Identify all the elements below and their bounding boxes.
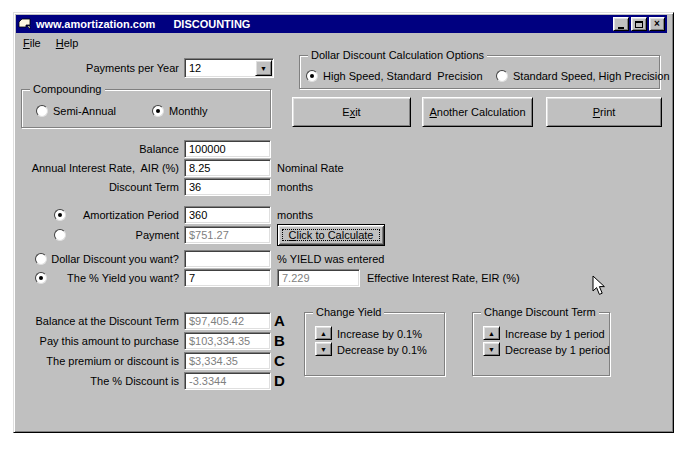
window-controls: × bbox=[613, 17, 665, 31]
compounding-group-title: Compounding bbox=[30, 83, 105, 95]
minimize-icon bbox=[618, 27, 624, 29]
payment-input: $751.27 bbox=[184, 226, 271, 244]
change-discount-term-group: Change Discount Term ▲ Increase by 1 per… bbox=[472, 312, 610, 376]
yield-decrease-label: Decrease by 0.1% bbox=[337, 344, 427, 356]
radio-standard-speed-label: Standard Speed, High Precision bbox=[513, 70, 670, 82]
maximize-icon bbox=[635, 21, 643, 28]
discount-term-months-label: months bbox=[277, 181, 313, 193]
radio-monthly-label: Monthly bbox=[169, 105, 208, 117]
radio-button-icon[interactable] bbox=[306, 70, 318, 82]
window-title-app: DISCOUNTING bbox=[173, 18, 250, 30]
change-yield-group-title: Change Yield bbox=[313, 306, 384, 318]
radio-high-speed-label: High Speed, Standard Precision bbox=[323, 70, 483, 82]
arrow-up-icon: ▲ bbox=[320, 330, 327, 337]
result-c-value: $3,334.35 bbox=[184, 352, 271, 370]
radio-semi-annual-label: Semi-Annual bbox=[53, 105, 116, 117]
close-icon: × bbox=[654, 19, 660, 29]
discount-term-input[interactable]: 36 bbox=[184, 178, 271, 196]
combobox-dropdown-button[interactable]: ▼ bbox=[255, 60, 272, 76]
result-b-value: $103,334.35 bbox=[184, 332, 271, 350]
term-increase-button[interactable]: ▲ bbox=[483, 326, 500, 340]
chevron-down-icon: ▼ bbox=[260, 65, 267, 72]
minimize-button[interactable] bbox=[613, 17, 629, 31]
amortization-period-input[interactable]: 360 bbox=[184, 206, 271, 224]
result-d-label: The % Discount is bbox=[22, 375, 179, 387]
discount-options-group: Dollar Discount Calculation Options High… bbox=[299, 55, 660, 89]
yield-increase-label: Increase by 0.1% bbox=[337, 328, 422, 340]
balance-input[interactable]: 100000 bbox=[184, 140, 271, 158]
radio-high-speed[interactable]: High Speed, Standard Precision bbox=[306, 70, 483, 82]
radio-standard-speed[interactable]: Standard Speed, High Precision bbox=[496, 70, 670, 82]
term-decrease-label: Decrease by 1 period bbox=[505, 344, 610, 356]
result-d-tag: D bbox=[274, 372, 285, 389]
payments-per-year-label: Payments per Year bbox=[22, 62, 179, 74]
yield-decrease-button[interactable]: ▼ bbox=[315, 342, 332, 356]
mouse-cursor bbox=[592, 275, 606, 296]
payments-per-year-value: 12 bbox=[185, 62, 255, 74]
eir-input: 7.229 bbox=[277, 269, 360, 287]
compounding-group: Compounding Semi-Annual Monthly bbox=[21, 89, 271, 128]
dollar-discount-input[interactable] bbox=[184, 250, 271, 268]
percent-yield-input[interactable]: 7 bbox=[184, 269, 271, 287]
balance-label: Balance bbox=[22, 143, 179, 155]
change-yield-group: Change Yield ▲ Increase by 0.1% ▼ Decrea… bbox=[304, 312, 445, 376]
result-a-tag: A bbox=[274, 312, 285, 329]
change-discount-term-group-title: Change Discount Term bbox=[481, 306, 599, 318]
eir-label: Effective Interest Rate, EIR (%) bbox=[367, 272, 520, 284]
app-window: www.amortization.com DISCOUNTING × File … bbox=[13, 12, 674, 433]
close-button[interactable]: × bbox=[649, 17, 665, 31]
app-icon bbox=[18, 18, 32, 30]
result-c-tag: C bbox=[274, 352, 285, 369]
nominal-rate-label: Nominal Rate bbox=[277, 162, 344, 174]
result-d-value: -3.3344 bbox=[184, 372, 271, 390]
result-a-label: Balance at the Discount Term bbox=[22, 315, 179, 327]
maximize-button[interactable] bbox=[631, 17, 647, 31]
air-label: Annual Interest Rate, AIR (%) bbox=[22, 162, 179, 174]
print-button[interactable]: Print bbox=[546, 97, 662, 127]
menu-file[interactable]: File bbox=[23, 37, 41, 49]
discount-term-label: Discount Term bbox=[22, 181, 179, 193]
click-to-calculate-label: Click to Calculate bbox=[289, 229, 374, 241]
arrow-down-icon: ▼ bbox=[488, 346, 495, 353]
window-title-site: www.amortization.com bbox=[36, 18, 155, 30]
yield-entered-label: % YIELD was entered bbox=[277, 253, 384, 265]
title-bar[interactable]: www.amortization.com DISCOUNTING × bbox=[16, 15, 667, 33]
term-increase-label: Increase by 1 period bbox=[505, 328, 605, 340]
exit-button[interactable]: Exit bbox=[292, 97, 411, 127]
result-b-tag: B bbox=[274, 332, 285, 349]
menu-help[interactable]: Help bbox=[56, 37, 79, 49]
arrow-down-icon: ▼ bbox=[320, 346, 327, 353]
result-c-label: The premium or discount is bbox=[22, 355, 179, 367]
air-input[interactable]: 8.25 bbox=[184, 159, 271, 177]
yield-increase-button[interactable]: ▲ bbox=[315, 326, 332, 340]
result-b-label: Pay this amount to purchase bbox=[22, 335, 179, 347]
payments-per-year-combobox[interactable]: 12 ▼ bbox=[184, 58, 274, 78]
percent-yield-label: The % Yield you want? bbox=[22, 272, 179, 284]
discount-options-group-title: Dollar Discount Calculation Options bbox=[308, 49, 487, 61]
amortization-months-label: months bbox=[277, 209, 313, 221]
radio-semi-annual[interactable]: Semi-Annual bbox=[36, 105, 116, 117]
radio-button-icon[interactable] bbox=[36, 105, 48, 117]
result-a-value: $97,405.42 bbox=[184, 312, 271, 330]
radio-button-icon[interactable] bbox=[152, 105, 164, 117]
payment-label: Payment bbox=[22, 229, 179, 241]
radio-button-icon[interactable] bbox=[496, 70, 508, 82]
another-calculation-button[interactable]: Another Calculation bbox=[422, 97, 533, 127]
amortization-period-label: Amortization Period bbox=[22, 209, 179, 221]
term-decrease-button[interactable]: ▼ bbox=[483, 342, 500, 356]
arrow-up-icon: ▲ bbox=[488, 330, 495, 337]
click-to-calculate-button[interactable]: Click to Calculate bbox=[277, 224, 385, 246]
radio-monthly[interactable]: Monthly bbox=[152, 105, 208, 117]
dollar-discount-label: Dollar Discount you want? bbox=[22, 253, 179, 265]
